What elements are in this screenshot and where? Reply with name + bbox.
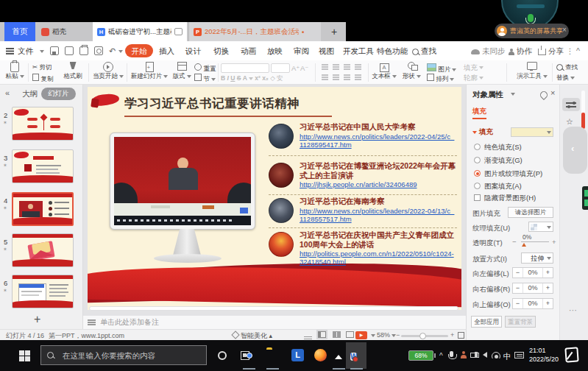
- offset-up-stepper[interactable]: −0%+: [512, 298, 553, 309]
- choose-picture-button[interactable]: 请选择图片: [508, 207, 553, 218]
- item-link[interactable]: http://www.news.cn/politics/leaders/2022…: [300, 132, 457, 149]
- fill-section-header[interactable]: 填充: [472, 127, 493, 137]
- share-button[interactable]: 分享: [538, 41, 564, 60]
- tab-design[interactable]: 设计: [185, 41, 201, 60]
- tab-docer[interactable]: 稻壳: [37, 22, 71, 41]
- tray-wifi-icon[interactable]: [492, 352, 500, 358]
- tray-expand-icon[interactable]: ^: [439, 352, 443, 360]
- tray-volume-icon[interactable]: [483, 352, 487, 358]
- more-menu-icon[interactable]: ⋮: [566, 41, 574, 60]
- zoom-out-button[interactable]: −: [396, 331, 400, 339]
- offset-left-stepper[interactable]: −0%+: [512, 267, 553, 278]
- ink-workspace-icon[interactable]: [564, 347, 578, 362]
- radio-label[interactable]: 图片或纹理填充(P): [484, 169, 542, 179]
- tray-contact-icon[interactable]: [460, 351, 467, 358]
- number-list-icon[interactable]: [333, 64, 339, 66]
- tab-outline[interactable]: 大纲: [22, 89, 38, 99]
- tab-home-ribbon[interactable]: 开始: [125, 44, 153, 57]
- shapes-button[interactable]: 形状: [400, 62, 422, 81]
- slide-title[interactable]: 学习习近平总书记重要讲话精神: [124, 96, 300, 112]
- tab-slides[interactable]: 幻灯片: [41, 88, 76, 100]
- taskbar-clock[interactable]: 21:01 2022/5/20: [529, 347, 559, 364]
- tab-home[interactable]: 首页: [4, 22, 35, 41]
- play-options-caret[interactable]: [369, 331, 375, 339]
- align-center-icon[interactable]: [333, 74, 339, 76]
- export-icon[interactable]: [65, 46, 74, 55]
- slide-thumbnail-3[interactable]: 3✶: [0, 149, 83, 186]
- wps-office-icon[interactable]: W: [350, 353, 357, 361]
- checkbox-label[interactable]: 隐藏背景图形(H): [484, 194, 536, 203]
- subscript-button[interactable]: x₂: [262, 74, 269, 82]
- radio-picture-fill-selected[interactable]: [474, 170, 481, 177]
- undo-icon[interactable]: ↶: [109, 41, 116, 60]
- text-box-button[interactable]: A文本框: [371, 62, 397, 81]
- picture-button[interactable]: 图片: [427, 63, 456, 74]
- tab-animation[interactable]: 动画: [241, 41, 256, 60]
- zoom-in-button[interactable]: +: [450, 331, 454, 339]
- radio-label[interactable]: 纯色填充(S): [484, 143, 522, 152]
- transparency-slider-track[interactable]: [521, 241, 549, 242]
- align-left-icon[interactable]: [322, 74, 328, 76]
- italic-button[interactable]: I: [227, 74, 229, 82]
- bold-button[interactable]: B: [221, 74, 225, 82]
- format-painter-button[interactable]: 格式刷: [60, 62, 85, 81]
- texture-dropdown[interactable]: [528, 222, 553, 232]
- tab-review[interactable]: 审阅: [294, 41, 309, 60]
- font-size-box[interactable]: [271, 63, 290, 73]
- tab-slideshow[interactable]: 放映: [267, 41, 283, 60]
- slide-thumbnail-4-selected[interactable]: 4✶: [0, 192, 83, 228]
- firefox-icon[interactable]: [314, 349, 327, 361]
- font-color-button[interactable]: A: [243, 74, 247, 82]
- normal-view-button[interactable]: [318, 331, 326, 339]
- new-slide-button[interactable]: 新建幻灯片: [130, 62, 169, 81]
- notes-bar[interactable]: 单击此处添加备注: [83, 315, 466, 329]
- slideshow-play-button[interactable]: ▶: [355, 331, 367, 339]
- tab-view[interactable]: 视图: [319, 41, 334, 60]
- notes-toggle-icon[interactable]: [304, 331, 312, 339]
- print-icon[interactable]: [79, 46, 88, 55]
- underline-button[interactable]: U: [230, 74, 235, 82]
- fill-color-dropdown[interactable]: [511, 127, 553, 137]
- save-icon[interactable]: [50, 46, 59, 55]
- transparency-minus[interactable]: −: [512, 238, 517, 246]
- item-link[interactable]: http://politics.people.com.cn/n1/2022/05…: [300, 250, 457, 266]
- properties-tool-icon[interactable]: [562, 98, 580, 111]
- radio-label[interactable]: 图案填充(A): [484, 182, 522, 191]
- justify-icon[interactable]: [355, 74, 361, 76]
- touch-keyboard-icon[interactable]: [514, 352, 524, 358]
- tab-insert[interactable]: 插入: [159, 41, 174, 60]
- font-name-box[interactable]: [221, 63, 269, 73]
- more-options-icon[interactable]: ⋯: [569, 305, 578, 315]
- file-menu[interactable]: 文件: [18, 41, 33, 60]
- tab-document-1[interactable]: H砥砺奋进守初...主题教育活动: [93, 22, 187, 41]
- copy-button[interactable]: 复制: [32, 74, 53, 84]
- sync-status[interactable]: 未同步: [471, 41, 506, 60]
- shrink-font-button[interactable]: A⁻: [300, 64, 308, 72]
- find-button[interactable]: 查找: [556, 63, 578, 72]
- placement-dropdown[interactable]: 拉伸: [521, 252, 553, 264]
- play-from-current-button[interactable]: 当页开始: [91, 62, 125, 81]
- line-spacing-icon[interactable]: [355, 64, 361, 66]
- pin-icon[interactable]: [539, 90, 549, 100]
- layout-button[interactable]: 版式: [171, 62, 193, 81]
- fill-tab[interactable]: 填充: [472, 107, 486, 119]
- fit-to-window-icon[interactable]: [458, 332, 464, 339]
- paste-button[interactable]: 粘贴: [3, 62, 26, 81]
- strike-button[interactable]: S: [237, 74, 241, 82]
- effects-tool-icon[interactable]: ☆: [566, 117, 573, 127]
- search-input[interactable]: [61, 350, 196, 361]
- find-menu[interactable]: 查找: [412, 41, 436, 60]
- collapse-panel-icon[interactable]: «: [5, 88, 10, 97]
- radio-label[interactable]: 渐变填充(G): [484, 156, 523, 166]
- replace-button[interactable]: 替换: [556, 74, 575, 82]
- collapse-ribbon-icon[interactable]: ^: [576, 41, 580, 60]
- lenovo-app-icon[interactable]: L: [291, 349, 304, 361]
- tab-transitions[interactable]: 切换: [213, 41, 229, 60]
- presentation-tools-button[interactable]: 演示工具: [515, 62, 549, 81]
- hamburger-menu-icon[interactable]: [6, 48, 14, 49]
- collapse-panel-tab[interactable]: ‹: [563, 127, 587, 174]
- indent-icon[interactable]: [344, 64, 350, 66]
- bullet-list-icon[interactable]: [322, 64, 328, 66]
- highlight-button[interactable]: ◇: [270, 74, 275, 82]
- radio-pattern-fill[interactable]: [474, 183, 481, 189]
